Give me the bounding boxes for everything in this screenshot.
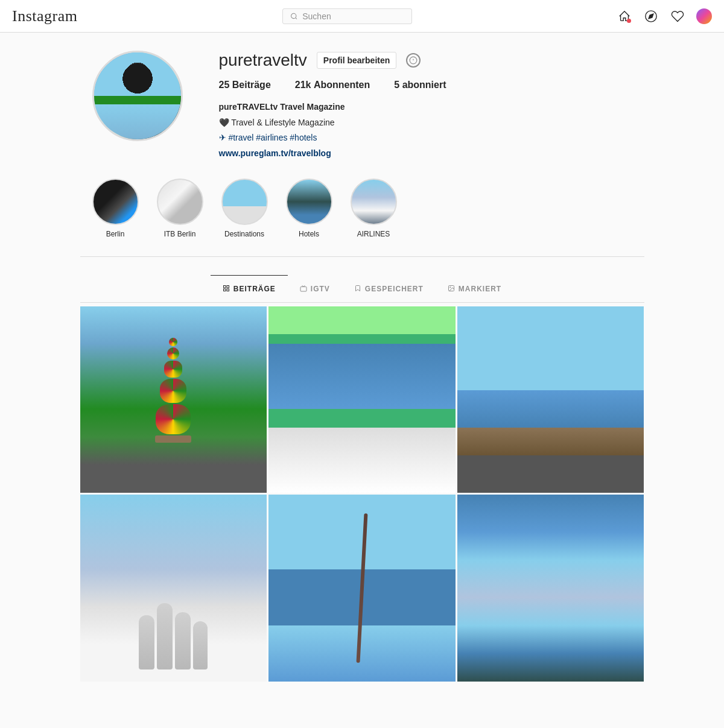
svg-rect-7 [223,289,226,291]
profile-stats: 25 Beiträge 21k Abonnenten 5 abonniert [219,80,632,90]
grid-photo-6[interactable] [457,495,644,682]
highlights-section: Berlin ITB Berlin Destinations Hotels AI… [80,179,644,257]
hand-1 [139,615,154,669]
photo-ornament-bg [80,306,267,493]
grid-photo-3[interactable] [457,306,644,493]
profile-button[interactable] [696,8,712,24]
highlight-label-berlin: Berlin [106,230,125,238]
bio-line1: 🖤 Travel & Lifestyle Magazine [219,116,632,129]
highlight-itb-berlin[interactable]: ITB Berlin [157,179,203,238]
grid-icon [223,284,230,294]
profile-avatar-container [92,51,183,141]
tab-tagged-label: MARKIERT [459,285,501,293]
photo-grid [80,306,644,682]
svg-rect-9 [300,286,306,291]
edit-profile-button[interactable]: Profil bearbeiten [317,52,396,69]
svg-rect-5 [223,285,226,288]
svg-line-1 [295,17,296,19]
grid-photo-5[interactable] [268,495,456,682]
tabs-section: BEITRÄGE IGTV GESPEICHERT MARKIERT [80,275,644,303]
posts-stat[interactable]: 25 Beiträge [219,80,271,90]
instagram-logo: Instagram [12,7,77,25]
bio-name: pureTRAVELtv Travel Magazine [219,100,632,113]
hands-bg [80,495,267,682]
followers-label: Abonnenten [314,80,370,90]
header-nav [617,8,712,24]
svg-marker-3 [649,14,653,19]
river-bg [457,306,644,493]
header: Instagram [0,0,724,33]
profile-info: puretraveltv Profil bearbeiten 25 Beiträ… [219,51,632,160]
bookmark-icon [354,284,361,294]
highlight-circle-itb [157,179,203,225]
posts-count: 25 [219,80,230,90]
profile-username: puretraveltv [219,51,307,70]
tab-posts[interactable]: BEITRÄGE [211,275,288,302]
heart-button[interactable] [670,8,685,24]
grid-photo-4[interactable] [80,495,267,682]
svg-rect-6 [227,285,229,288]
posts-label: Beiträge [232,80,271,90]
followers-count: 21k [295,80,311,90]
verified-icon [406,53,421,68]
compass-button[interactable] [643,8,659,24]
tab-saved[interactable]: GESPEICHERT [342,275,436,302]
tab-igtv-label: IGTV [311,285,330,293]
bio-tags: ✈ #travel #airlines #hotels [219,131,632,144]
bio-link[interactable]: www.pureglam.tv/travelblog [219,148,331,158]
highlight-destinations[interactable]: Destinations [221,179,268,238]
profile-avatar [92,51,183,141]
following-stat[interactable]: 5 abonniert [394,80,446,90]
grid-photo-2[interactable] [268,306,456,493]
followers-stat[interactable]: 21k Abonnenten [295,80,370,90]
profile-bio: pureTRAVELtv Travel Magazine 🖤 Travel & … [219,100,632,160]
profile-section: puretraveltv Profil bearbeiten 25 Beiträ… [80,51,644,160]
tab-saved-label: GESPEICHERT [365,285,424,293]
tab-tagged[interactable]: MARKIERT [436,275,513,302]
highlight-hotels[interactable]: Hotels [286,179,332,238]
highlight-berlin[interactable]: Berlin [92,179,139,238]
highlight-circle-airlines [351,179,397,225]
mountain-bg [457,495,644,682]
following-label: abonniert [402,80,446,90]
profile-avatar-small [696,8,712,24]
search-icon [290,12,297,21]
highlight-label-airlines: AIRLINES [357,230,390,238]
highlight-label-destinations: Destinations [224,230,264,238]
tab-igtv[interactable]: IGTV [288,275,342,302]
profile-username-row: puretraveltv Profil bearbeiten [219,51,632,70]
palms-bg [268,495,456,682]
notification-dot [627,19,631,23]
pool-bg [268,306,456,493]
highlight-circle-hotels [286,179,332,225]
grid-photo-1[interactable] [80,306,267,493]
following-count: 5 [394,80,399,90]
highlight-label-hotels: Hotels [299,230,319,238]
hand-3 [175,612,191,669]
tab-posts-label: BEITRÄGE [233,285,276,293]
svg-rect-8 [227,289,229,291]
tv-icon [300,284,307,294]
hand-2 [157,603,173,669]
profile-avatar-image [94,52,181,139]
ornament-tower [152,338,194,443]
svg-point-11 [449,286,451,288]
svg-point-0 [291,13,296,18]
highlight-circle-berlin [92,179,139,225]
highlight-circle-destinations [221,179,268,225]
highlight-label-itb: ITB Berlin [164,230,196,238]
hand-4 [193,621,208,669]
home-button[interactable] [617,8,632,24]
search-input[interactable] [302,11,404,21]
tag-icon [448,284,455,294]
highlight-airlines[interactable]: AIRLINES [351,179,397,238]
search-bar[interactable] [282,8,412,24]
